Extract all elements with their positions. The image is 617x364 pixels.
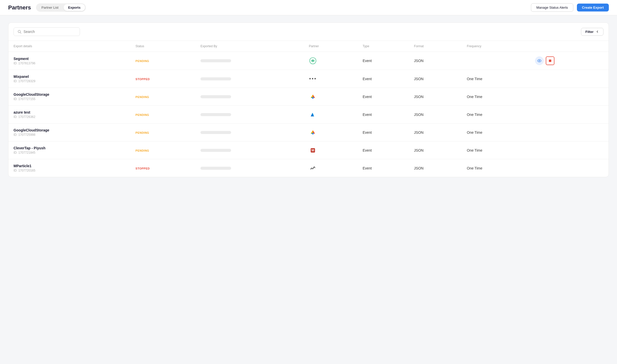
col-type: Type xyxy=(358,41,409,52)
frequency-value: One Time xyxy=(467,130,482,135)
type-value: Event xyxy=(363,59,372,63)
col-partner: Partner xyxy=(304,41,358,52)
status-badge: PENDING xyxy=(136,113,149,117)
partner-icon xyxy=(309,57,317,65)
table-row: CleverTap - Piyush ID: 1707721845 PENDIN… xyxy=(8,141,609,159)
exports-card: Filter Export details Status Exported By… xyxy=(8,22,609,177)
filter-button[interactable]: Filter xyxy=(581,28,603,36)
export-name: azure test xyxy=(14,110,125,114)
frequency-value: One Time xyxy=(467,166,482,170)
filter-label: Filter xyxy=(585,30,594,34)
search-icon xyxy=(17,30,21,34)
format-value: JSON xyxy=(414,95,423,99)
table-row: Mixpanel ID: 1707728329 STOPPED•••EventJ… xyxy=(8,70,609,88)
status-badge: PENDING xyxy=(136,130,149,135)
export-id: ID: 1707727155 xyxy=(14,97,125,101)
stop-button[interactable] xyxy=(546,56,554,65)
partner-icon: M xyxy=(309,146,317,154)
frequency-value: One Time xyxy=(467,77,482,81)
table-row: GoogleCloudStorage ID: 1707727155 PENDIN… xyxy=(8,88,609,106)
frequency-value: One Time xyxy=(467,113,482,117)
export-name: Mixpanel xyxy=(14,75,125,79)
frequency-value: One Time xyxy=(467,95,482,99)
partner-icon xyxy=(309,128,317,137)
exported-by-placeholder xyxy=(200,77,231,80)
svg-point-3 xyxy=(312,60,313,61)
export-id: ID: 1707728329 xyxy=(14,79,125,83)
table-row: azure test ID: 1707726362 PENDING EventJ… xyxy=(8,106,609,124)
status-badge: PENDING xyxy=(136,95,149,99)
export-name: MParticle1 xyxy=(14,164,125,168)
type-value: Event xyxy=(363,166,372,170)
export-id: ID: 1707721845 xyxy=(14,151,125,154)
status-badge: STOPPED xyxy=(136,77,150,81)
type-value: Event xyxy=(363,113,372,117)
format-value: JSON xyxy=(414,113,423,117)
svg-text:M: M xyxy=(312,149,314,152)
type-value: Event xyxy=(363,77,372,81)
format-value: JSON xyxy=(414,166,423,170)
exported-by-placeholder xyxy=(200,95,231,98)
format-value: JSON xyxy=(414,130,423,135)
search-input[interactable] xyxy=(23,30,76,34)
partner-icon xyxy=(309,164,317,172)
frequency-value: One Time xyxy=(467,148,482,152)
exports-table: Export details Status Exported By Partne… xyxy=(8,41,609,177)
export-name: GoogleCloudStorage xyxy=(14,92,125,96)
table-container: Export details Status Exported By Partne… xyxy=(8,41,609,177)
chevron-left-icon xyxy=(596,30,599,33)
col-actions xyxy=(530,41,609,52)
action-icons xyxy=(535,56,603,65)
partner-icon: ••• xyxy=(309,75,317,83)
col-format: Format xyxy=(409,41,462,52)
svg-point-4 xyxy=(539,60,540,61)
table-row: GoogleCloudStorage ID: 1707725998 PENDIN… xyxy=(8,124,609,141)
format-value: JSON xyxy=(414,77,423,81)
table-header: Export details Status Exported By Partne… xyxy=(8,41,609,52)
col-frequency: Frequency xyxy=(462,41,530,52)
tab-group: Partner List Exports xyxy=(36,3,86,12)
main-content: Filter Export details Status Exported By… xyxy=(0,15,617,184)
type-value: Event xyxy=(363,148,372,152)
format-value: JSON xyxy=(414,59,423,63)
svg-rect-5 xyxy=(549,59,551,62)
type-value: Event xyxy=(363,130,372,135)
header-left: Partners Partner List Exports xyxy=(8,3,86,12)
export-id: ID: 1707720165 xyxy=(14,169,125,172)
col-exported-by: Exported By xyxy=(195,41,304,52)
view-button[interactable] xyxy=(535,56,544,65)
format-value: JSON xyxy=(414,148,423,152)
exported-by-placeholder xyxy=(200,59,231,62)
header-right: Manage Status Alerts Create Export xyxy=(531,3,609,12)
exported-by-placeholder xyxy=(200,149,231,152)
eye-icon xyxy=(537,59,541,63)
type-value: Event xyxy=(363,95,372,99)
svg-point-7 xyxy=(312,132,314,134)
export-name: GoogleCloudStorage xyxy=(14,128,125,132)
export-id: ID: 1707813796 xyxy=(14,62,125,65)
partner-icon xyxy=(309,111,317,119)
table-body: Segment ID: 1707813796 PENDING EventJSON xyxy=(8,52,609,177)
tab-partner-list[interactable]: Partner List xyxy=(37,4,63,11)
toolbar: Filter xyxy=(8,23,609,41)
export-id: ID: 1707725998 xyxy=(14,133,125,137)
export-id: ID: 1707726362 xyxy=(14,115,125,119)
col-status: Status xyxy=(130,41,195,52)
status-badge: PENDING xyxy=(136,59,149,63)
status-badge: STOPPED xyxy=(136,166,150,171)
page-title: Partners xyxy=(8,4,31,11)
export-name: Segment xyxy=(14,57,125,61)
table-row: Segment ID: 1707813796 PENDING EventJSON xyxy=(8,52,609,70)
export-name: CleverTap - Piyush xyxy=(14,146,125,150)
svg-line-1 xyxy=(20,32,21,33)
table-row: MParticle1 ID: 1707720165 STOPPED EventJ… xyxy=(8,159,609,177)
page-header: Partners Partner List Exports Manage Sta… xyxy=(0,0,617,15)
search-box[interactable] xyxy=(14,27,80,36)
status-badge: PENDING xyxy=(136,148,149,153)
svg-point-6 xyxy=(312,97,314,99)
tab-exports[interactable]: Exports xyxy=(64,4,85,11)
partner-icon xyxy=(309,93,317,101)
exported-by-placeholder xyxy=(200,167,231,170)
manage-alerts-button[interactable]: Manage Status Alerts xyxy=(531,3,573,12)
create-export-button[interactable]: Create Export xyxy=(577,4,609,11)
